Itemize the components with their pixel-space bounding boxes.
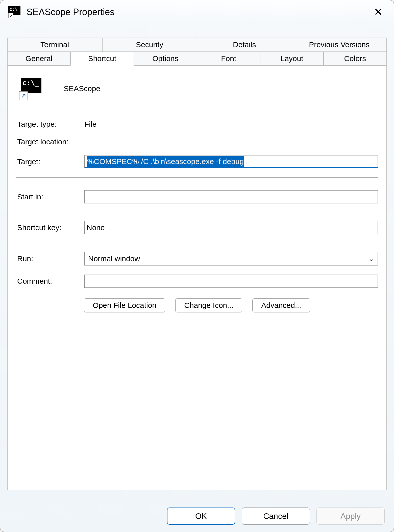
advanced-button[interactable]: Advanced... [252,298,310,312]
tab-layout[interactable]: Layout [260,51,323,66]
shortcut-icon: c:\_ ↗ [19,77,42,100]
chevron-down-icon: ⌄ [368,255,374,263]
properties-dialog: c:\ ↗ SEAScope Properties ✕ Terminal Sec… [0,0,394,532]
window-title: SEAScope Properties [27,7,114,17]
section-divider [16,110,378,110]
label-target: Target: [16,157,84,166]
section-divider-2 [16,177,378,178]
shortcut-arrow-icon: ↗ [19,91,28,100]
label-start-in: Start in: [16,193,84,201]
change-icon-button[interactable]: Change Icon... [175,298,242,312]
apply-button: Apply [316,508,385,525]
tab-general[interactable]: General [7,51,70,66]
shortcut-name: SEAScope [64,84,100,93]
tab-font[interactable]: Font [197,51,260,66]
value-target-type: File [84,120,96,128]
tab-details[interactable]: Details [197,38,292,51]
comment-input[interactable] [84,275,378,288]
open-file-location-button[interactable]: Open File Location [84,298,165,312]
tab-security[interactable]: Security [102,38,197,51]
tab-previous-versions[interactable]: Previous Versions [292,38,387,51]
close-icon[interactable]: ✕ [370,7,386,17]
tab-shortcut[interactable]: Shortcut [70,51,134,66]
window-icon: c:\ ↗ [8,6,20,18]
shortcut-header: c:\_ ↗ SEAScope [16,77,378,100]
label-target-type: Target type: [16,120,84,128]
tab-strip: Terminal Security Details Previous Versi… [0,38,394,66]
shortcut-panel: c:\_ ↗ SEAScope Target type: File Target… [7,66,387,490]
shortcut-key-value: None [87,223,105,232]
titlebar: c:\ ↗ SEAScope Properties ✕ [0,0,394,25]
label-comment: Comment: [16,277,84,285]
label-target-location: Target location: [16,138,102,146]
label-shortcut-key: Shortcut key: [16,223,84,232]
tab-colors[interactable]: Colors [324,51,387,66]
shortcut-overlay-icon: ↗ [8,13,13,18]
run-dropdown[interactable]: Normal window ⌄ [84,252,378,265]
dialog-footer: OK Cancel Apply [167,508,385,525]
tab-terminal[interactable]: Terminal [7,38,102,51]
shortcut-key-input[interactable]: None [84,221,378,234]
ok-button[interactable]: OK [167,508,235,525]
titlebar-left: c:\ ↗ SEAScope Properties [8,6,114,18]
run-dropdown-value: Normal window [88,254,140,263]
target-input-value: %COMSPEC% /C .\bin\seascope.exe -f debug [87,156,244,167]
start-in-input[interactable] [84,190,378,203]
target-input[interactable]: %COMSPEC% /C .\bin\seascope.exe -f debug [84,155,378,168]
cancel-button[interactable]: Cancel [242,508,310,525]
tab-options[interactable]: Options [134,51,197,66]
label-run: Run: [16,254,84,263]
shortcut-button-row: Open File Location Change Icon... Advanc… [16,298,378,312]
